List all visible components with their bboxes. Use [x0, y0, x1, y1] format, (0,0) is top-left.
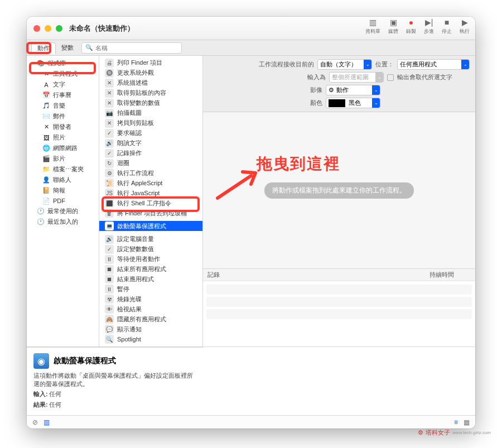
action-item[interactable]: ✓記錄操作	[99, 148, 202, 158]
color-label: 顏色	[310, 99, 322, 107]
actions-column[interactable]: 🖨列印 Finder 項目🔘更改系統外觀✕系統描述檔✕取得剪貼板的內容✕取得變數…	[99, 56, 203, 346]
action-item[interactable]: ⏸暫停	[99, 284, 202, 294]
toolbar-step[interactable]: ▶|步進	[424, 18, 434, 35]
action-label: 取得剪貼板的內容	[117, 89, 166, 97]
category-item[interactable]: 🕐最常使用的	[27, 206, 99, 216]
action-label: 執行工作流程	[117, 169, 154, 177]
image-select[interactable]: ⚙ 動作⌄	[326, 85, 380, 95]
action-item[interactable]: JS執行 JavaScript	[99, 188, 202, 198]
action-item[interactable]: ☢燒錄光碟	[99, 294, 202, 304]
action-item[interactable]: ✓要求確認	[99, 128, 202, 138]
screensaver-icon: ◉	[33, 353, 49, 369]
action-item[interactable]: 📜執行 AppleScript	[99, 178, 202, 188]
category-item[interactable]: A文字	[27, 79, 99, 90]
toolbar-media[interactable]: ▣媒體	[388, 18, 398, 35]
category-label: 音樂	[53, 102, 65, 110]
location-select[interactable]: 任何應用程式⌄	[397, 59, 470, 70]
action-icon: ↻	[105, 159, 114, 168]
action-label: 暫停	[117, 285, 129, 293]
category-label: 行事曆	[53, 91, 71, 99]
category-item[interactable]: ✕開發者	[27, 122, 99, 132]
action-item[interactable]: 🔘更改系統外觀	[99, 68, 202, 78]
category-item[interactable]: 📔簡報	[27, 185, 99, 196]
toolbar-run[interactable]: ▶執行	[460, 18, 470, 35]
action-item[interactable]: ✓設定變數數值	[99, 244, 202, 254]
desc-body: 這項動作將啟動「桌面與螢幕保護程式」偏好設定面板裡所選的螢幕保護程式。	[33, 372, 196, 388]
search-input[interactable]	[95, 45, 178, 51]
minimize-button[interactable]	[45, 25, 51, 32]
log-body	[203, 281, 475, 346]
action-item[interactable]: ↻迴圈	[99, 158, 202, 168]
category-item[interactable]: 📅行事曆	[27, 90, 99, 100]
category-item[interactable]: 🕐最近加入的	[27, 216, 99, 227]
input-type-select[interactable]: 自動（文字）⌄	[317, 59, 372, 70]
action-item[interactable]: 🖨列印 Finder 項目	[99, 58, 202, 68]
action-item[interactable]: ✕系統描述檔	[99, 78, 202, 88]
color-select[interactable]: 黑色⌄	[326, 98, 380, 108]
tab-variables[interactable]: 變數	[56, 42, 79, 53]
action-item[interactable]: 🔊朗讀文字	[99, 138, 202, 148]
category-item[interactable]: ✉️郵件	[27, 111, 99, 122]
status-stop-icon[interactable]: ⊘	[32, 418, 38, 426]
category-item[interactable]: 🎬影片	[27, 153, 99, 164]
category-item[interactable]: 📚程式庫	[27, 58, 99, 69]
action-item[interactable]: ⚙執行工作流程	[99, 168, 202, 178]
action-item[interactable]: ✕取得變數的數值	[99, 98, 202, 108]
tab-actions[interactable]: 動作	[31, 42, 56, 54]
toolbar-stop[interactable]: ■停止	[442, 18, 452, 35]
action-icon: ✓	[105, 245, 114, 254]
toolbar-record[interactable]: ●錄製	[406, 18, 416, 35]
action-label: 檢視結果	[117, 305, 142, 314]
traffic-lights	[33, 25, 62, 32]
action-item[interactable]: ⬛執行 Shell 工序指令	[99, 198, 202, 208]
automator-window: 未命名（快速動作） ▥資料庫 ▣媒體 ●錄製 ▶|步進 ■停止 ▶執行 動作 變…	[27, 17, 475, 428]
status-columns-icon[interactable]: ▥	[44, 418, 50, 426]
category-item[interactable]: 🖼照片	[27, 132, 99, 143]
action-item[interactable]: ⏸等待使用者動作	[99, 254, 202, 264]
status-grid-icon[interactable]: ▦	[464, 418, 470, 426]
workflow-area: 工作流程接收目前的 自動（文字）⌄ 位置： 任何應用程式⌄ 輸入為 整個所選範圍…	[203, 56, 475, 346]
action-item[interactable]: 🙈隱藏所有應用程式	[99, 314, 202, 324]
action-item[interactable]: 💬顯示通知	[99, 324, 202, 334]
action-item[interactable]: ⏹結束所有應用程式	[99, 264, 202, 274]
action-item[interactable]: ✕取得剪貼板的內容	[99, 88, 202, 98]
category-label: 簡報	[53, 186, 65, 195]
category-item[interactable]: 🎵音樂	[27, 100, 99, 111]
library-column[interactable]: 📚程式庫✕工具程式A文字📅行事曆🎵音樂✉️郵件✕開發者🖼照片🌐網際網路🎬影片📁檔…	[27, 56, 99, 346]
description-panel: ◉ 啟動螢幕保護程式 這項動作將啟動「桌面與螢幕保護程式」偏好設定面板裡所選的螢…	[27, 347, 203, 415]
category-item[interactable]: 📁檔案⋯案夾	[27, 164, 99, 175]
action-icon: ✓	[105, 149, 114, 158]
toolbar-library[interactable]: ▥資料庫	[365, 18, 380, 35]
output-replace-checkbox[interactable]	[387, 74, 394, 81]
category-icon: ✕	[42, 123, 50, 131]
action-item[interactable]: 🔍Spotlight	[99, 334, 202, 344]
action-item[interactable]: 👁檢視結果	[99, 304, 202, 314]
category-item[interactable]: 📄PDF	[27, 196, 99, 206]
action-label: 拍攝截圖	[117, 109, 142, 117]
category-item[interactable]: 🌐網際網路	[27, 143, 99, 153]
action-icon: 🙈	[105, 315, 114, 324]
action-label: 取得變數的數值	[117, 99, 160, 107]
category-icon: 🕐	[37, 218, 45, 226]
action-icon: 💬	[105, 325, 114, 334]
action-item[interactable]: 🔊設定電腦音量	[99, 234, 202, 244]
zoom-button[interactable]	[56, 25, 62, 32]
category-item[interactable]: ✕工具程式	[27, 69, 99, 79]
category-item[interactable]: 👤聯絡人	[27, 175, 99, 185]
search-field[interactable]: 🔍	[81, 42, 182, 54]
workflow-canvas[interactable]: 將動作或檔案拖到此處來建立你的工作流程。	[203, 112, 475, 268]
library-icon: ▥	[368, 18, 378, 27]
action-icon: ✕	[105, 99, 114, 108]
action-label: 啟動螢幕保護程式	[117, 222, 166, 230]
action-item[interactable]: 🗑將 Finder 項目丟到垃圾桶	[99, 208, 202, 218]
action-item[interactable]: ⏹結束應用程式	[99, 274, 202, 284]
action-item[interactable]: 💻啟動螢幕保護程式	[99, 221, 202, 231]
action-icon: 🔊	[105, 139, 114, 148]
close-button[interactable]	[33, 25, 40, 32]
status-list-icon[interactable]: ≡	[454, 418, 458, 426]
action-item[interactable]: ✕拷貝到剪貼板	[99, 118, 202, 128]
category-label: 程式庫	[47, 59, 66, 68]
category-icon: 🖼	[42, 134, 50, 142]
action-item[interactable]: 📷拍攝截圖	[99, 108, 202, 118]
input-as-select[interactable]: 整個所選範圍⌄	[329, 72, 384, 83]
